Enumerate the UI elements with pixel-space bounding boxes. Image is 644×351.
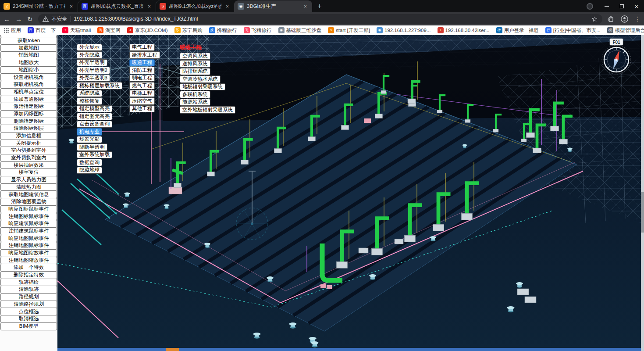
model-menu-item[interactable]: 系统隐藏	[77, 90, 102, 97]
scrollbar-thumb[interactable]	[641, 192, 644, 233]
api-menu-item[interactable]: 响应地图缩放事件	[0, 249, 57, 257]
api-menu-item[interactable]: 设置相机视角	[0, 73, 57, 81]
discipline-menu-item[interactable]: 给排水工程	[129, 51, 160, 58]
model-menu-item[interactable]: 外壳半透明	[77, 59, 107, 66]
model-menu-item[interactable]: 机电专业	[77, 128, 102, 135]
model-menu-item[interactable]: 隔断半透明	[77, 143, 107, 150]
api-menu-item[interactable]: 添加普通图标	[0, 96, 57, 104]
api-menu-item[interactable]: 取消框选	[0, 315, 57, 323]
discipline-menu-item[interactable]: 消防工程	[129, 67, 155, 74]
tab-close-icon[interactable]: ×	[146, 3, 153, 10]
discipline-menu-item[interactable]: 燃气工程	[129, 82, 155, 89]
api-menu-item[interactable]: 注销地图鼠标事件	[0, 242, 57, 250]
minimize-button[interactable]	[599, 0, 614, 12]
api-menu-item[interactable]: 室外切换到室内	[0, 154, 57, 162]
bookmark-item[interactable]: 行 [行业]中国省、市实...	[545, 27, 601, 34]
browser-tab[interactable]: S 超图9.1怎么加载xyz的点云数据 ×	[156, 0, 234, 12]
api-menu-item[interactable]: 点位框选	[0, 308, 57, 315]
hvac-menu-item[interactable]: 送排风系统	[180, 60, 210, 67]
profile-avatar-icon[interactable]	[621, 15, 628, 23]
api-menu-item[interactable]: BIM模型	[0, 322, 57, 330]
api-menu-item[interactable]: 显示人员热力图	[0, 176, 57, 184]
discipline-menu-item[interactable]: 暖通工程	[129, 59, 155, 66]
api-menu-item[interactable]: 注销建筑鼠标事件	[0, 227, 57, 235]
kebab-menu-icon[interactable]: ⋮	[634, 15, 640, 22]
api-menu-item[interactable]: 清除轨迹	[0, 286, 57, 294]
api-menu-item[interactable]: 清除路径规划	[0, 301, 57, 308]
api-menu-item[interactable]: 获取token	[0, 37, 57, 45]
model-menu-item[interactable]: 室外系统加载	[77, 151, 112, 158]
back-button[interactable]: ←	[4, 16, 10, 22]
bookmark-item[interactable]: 模 模型管理后台	[607, 27, 644, 34]
model-menu-item[interactable]: 隐藏地球	[77, 167, 102, 174]
api-menu-item[interactable]: 添加闪烁图标	[0, 110, 57, 118]
api-menu-item[interactable]: 销毁地图	[0, 51, 57, 59]
discipline-menu-item[interactable]: 其他工程	[129, 105, 155, 112]
bookmark-item[interactable]: 百 百度一下	[28, 27, 56, 34]
api-menu-item[interactable]: 删除指定特效	[0, 271, 57, 279]
bookmark-item[interactable]: 携 携程旅行	[209, 27, 237, 34]
tab-close-icon[interactable]: ×	[224, 3, 231, 10]
hvac-menu-item[interactable]: 空调风系统	[180, 53, 210, 60]
bookmark-item[interactable]: 苏 苏宁易购	[174, 27, 203, 34]
api-menu-item[interactable]: 添加信息框	[0, 132, 57, 140]
bookmark-item[interactable]: ◉ 192.168.1.227:909...	[377, 27, 431, 34]
close-button[interactable]: ×	[629, 0, 644, 12]
model-menu-item[interactable]: 外壳显示	[77, 44, 102, 51]
api-menu-item[interactable]: 清除地图覆盖物	[0, 198, 57, 206]
tab-close-icon[interactable]: ×	[302, 3, 309, 10]
compass-widget[interactable]: F01	[599, 38, 633, 75]
api-menu-item[interactable]: 添加一个特效	[0, 264, 57, 272]
hvac-menu-item[interactable]: 多联机系统	[180, 91, 210, 98]
bookmark-item[interactable]: ◉ 基础版三维沙盘	[278, 27, 322, 34]
model-menu-item[interactable]: 楼栋楼层加载系统	[77, 82, 122, 89]
api-menu-item[interactable]: 获取相机视角	[0, 81, 57, 89]
bookmark-star-icon[interactable]	[591, 16, 598, 22]
api-menu-item[interactable]: 响应地图鼠标事件	[0, 235, 57, 243]
bookmark-item[interactable]: 禅 用户登录 - 禅道	[496, 27, 539, 34]
browser-tab[interactable]: ◉ 3DGis准生产 ×	[234, 0, 312, 12]
url-text[interactable]: 192.168.1.225:8090/Basic/gis-3D-n/index_…	[74, 16, 588, 22]
api-menu-item[interactable]: 加载地图	[0, 44, 57, 52]
api-menu-item[interactable]: 地图放大	[0, 59, 57, 67]
api-menu-item[interactable]: 响应建筑鼠标事件	[0, 220, 57, 228]
new-tab-button[interactable]: +	[314, 0, 325, 12]
browser-tab[interactable]: 百 超图加载点云数据_百度搜索 ×	[78, 0, 156, 12]
api-menu-item[interactable]: 相机单点定位	[0, 88, 57, 96]
api-menu-item[interactable]: 注销图标鼠标事件	[0, 213, 57, 221]
model-menu-item[interactable]: 外壳半透明2	[77, 67, 110, 74]
discipline-menu-item[interactable]: 压缩空气	[129, 97, 155, 104]
model-menu-item[interactable]: 外壳隐藏	[77, 51, 102, 58]
bookmark-item[interactable]: i 192.168.30.42iser...	[438, 27, 490, 34]
api-menu-item[interactable]: 关闭提示框	[0, 140, 57, 147]
api-menu-item[interactable]: 楼宇复位	[0, 168, 57, 176]
bookmark-item[interactable]: J 京东(JD.COM)	[127, 27, 168, 34]
api-menu-item[interactable]: 楼层抽屉效果	[0, 161, 57, 169]
bookmark-item[interactable]: 淘 淘宝网	[97, 27, 121, 34]
hvac-menu-item[interactable]: 地板辐射采暖系统	[180, 83, 225, 90]
model-menu-item[interactable]: 场景光影	[77, 136, 102, 143]
discipline-menu-item[interactable]: 弱电工程	[129, 75, 155, 82]
bookmark-item[interactable]: T 天猫tmall	[62, 27, 91, 34]
reload-button[interactable]: ↻	[27, 16, 33, 22]
model-menu-item[interactable]: 数据查询	[77, 159, 102, 166]
api-menu-item[interactable]: 删除指定图标	[0, 118, 57, 125]
page-scrollbar[interactable]	[641, 35, 644, 351]
discipline-menu-item[interactable]: 电梯工程	[129, 90, 155, 97]
apps-shortcut[interactable]: 应用	[4, 27, 21, 34]
api-menu-item[interactable]: 地图缩小	[0, 66, 57, 74]
api-menu-item[interactable]: 轨迹描绘	[0, 279, 57, 287]
hvac-menu-item[interactable]: 空调冷热水系统	[180, 75, 221, 82]
api-menu-item[interactable]: 清除热力图	[0, 183, 57, 191]
profile-badge-icon[interactable]	[587, 3, 593, 10]
maximize-button[interactable]	[614, 0, 629, 12]
api-menu-item[interactable]: 清除图标图层	[0, 125, 57, 133]
api-menu-item[interactable]: 注销地图缩放事件	[0, 257, 57, 265]
tab-close-icon[interactable]: ×	[68, 3, 75, 10]
model-menu-item[interactable]: 指定图元高亮	[77, 113, 112, 120]
api-menu-item[interactable]: 激活指定图标	[0, 103, 57, 111]
model-menu-item[interactable]: 整栋恢复	[77, 97, 102, 104]
api-menu-item[interactable]: 获取地图建筑信息	[0, 190, 57, 198]
hvac-menu-item[interactable]: 防排烟系统	[180, 68, 210, 75]
bookmark-item[interactable]: 飞 飞猪旅行	[244, 27, 272, 34]
